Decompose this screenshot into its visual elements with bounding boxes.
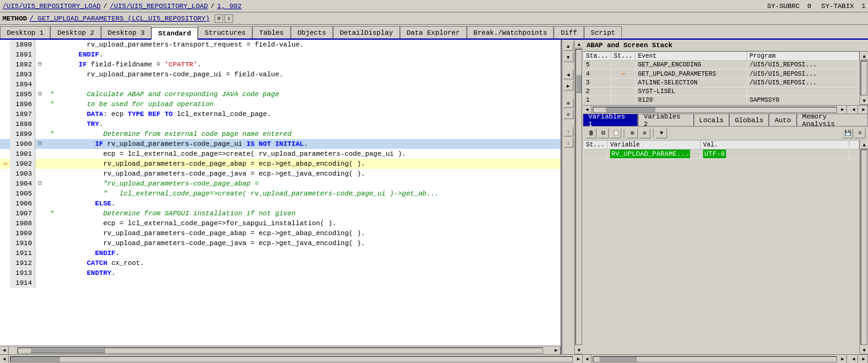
hscroll-left-btn[interactable]: ◄	[0, 346, 9, 355]
var-vscroll[interactable]: ▲ ▼	[859, 140, 868, 354]
var-vscroll-down[interactable]: ▼	[860, 346, 868, 354]
var-save-btn[interactable]: 💾	[842, 128, 853, 138]
line-number: 1902	[10, 159, 35, 169]
side-btn-1[interactable]: ▲	[564, 41, 574, 51]
code-bottom-right[interactable]: ►	[574, 355, 583, 364]
var-grid-btn[interactable]: ⊞	[627, 128, 638, 138]
tab-standard[interactable]: Standard	[151, 27, 198, 40]
side-btn-2[interactable]: ▼	[564, 52, 574, 62]
collapse-button[interactable]: ⊟	[35, 89, 45, 99]
code-row: 1901 ecp = lcl_external_code_page=>creat…	[0, 149, 560, 159]
collapse-button	[35, 99, 45, 109]
var-hscroll-right[interactable]: ►	[838, 355, 847, 364]
tab-desktop1[interactable]: Desktop 1	[0, 26, 50, 38]
collapse-button[interactable]: ⊟	[35, 139, 45, 149]
tab-desktop2[interactable]: Desktop 2	[50, 26, 100, 38]
var-more-btn[interactable]: ≡	[854, 128, 866, 138]
tab-auto[interactable]: Auto	[769, 114, 796, 126]
arrow-indicator	[0, 79, 10, 89]
collapse-button[interactable]: ⊟	[35, 60, 45, 69]
tab-variables2[interactable]: Variables 2	[638, 114, 693, 126]
code-text: rv_upload_parameters-code_page_abap = ec…	[45, 228, 560, 238]
breadcrumb-item-1[interactable]: /UI5/UI5_REPOSITORY_LOAD	[2, 2, 100, 10]
var-config-btn[interactable]: ⚙	[639, 128, 650, 138]
side-btn-6[interactable]: ⊖	[564, 109, 574, 119]
tab-tables[interactable]: Tables	[252, 26, 291, 38]
collapse-button	[35, 248, 45, 258]
stack-vscroll[interactable]: ▲ ▼	[859, 52, 868, 105]
code-bottom-left[interactable]: ◄	[0, 355, 9, 364]
stack-nav-left[interactable]: ◄	[849, 105, 858, 114]
line-number: 1903	[10, 169, 35, 179]
tab-dataexplorer[interactable]: Data Explorer	[400, 26, 467, 38]
hscroll-right-btn[interactable]: ►	[552, 346, 560, 355]
breadcrumb-item-3[interactable]: 1, 902	[217, 2, 242, 10]
code-text: * to be used for upload operation	[45, 99, 560, 109]
hscroll-track[interactable]	[17, 347, 543, 354]
tab-globals[interactable]: Globals	[729, 114, 769, 126]
stack-hscroll-right[interactable]: ►	[838, 105, 847, 114]
code-text: * Determine from SAPGUI installation if …	[45, 208, 560, 218]
tab-memory-analysis[interactable]: Memory Analysis	[797, 114, 868, 126]
tab-variables1[interactable]: Variables 1	[583, 114, 638, 126]
vscroll-track[interactable]	[575, 49, 582, 345]
side-btn-7[interactable]: ↑	[564, 127, 574, 137]
tab-diff[interactable]: Diff	[554, 26, 583, 38]
side-btn-5[interactable]: ⊕	[564, 98, 574, 108]
collapse-button	[35, 208, 45, 218]
collapse-button	[35, 199, 45, 208]
stack-hscroll-left[interactable]: ◄	[583, 105, 591, 114]
code-text: ecp = lcl_external_code_page=>create( rv…	[45, 149, 560, 159]
tab-detaildisplay[interactable]: DetailDisplay	[333, 26, 400, 38]
tab-locals[interactable]: Locals	[694, 114, 730, 126]
line-number: 1898	[10, 119, 35, 129]
tab-structures[interactable]: Structures	[198, 26, 252, 38]
var-col-extra	[849, 141, 859, 150]
stack-event: GET_ABAP_ENCODING	[636, 61, 747, 69]
var-paste-btn[interactable]: 📋	[610, 128, 621, 138]
collapse-button[interactable]: ⊟	[35, 179, 45, 189]
stack-vscroll-up[interactable]: ▲	[860, 52, 868, 60]
method-value[interactable]: / GET_UPLOAD_PARAMETERS (LCL_UI5_REPOSIT…	[30, 15, 210, 22]
hscroll-thumb[interactable]	[30, 348, 105, 353]
collapse-button	[35, 228, 45, 238]
arrow-indicator	[0, 40, 10, 50]
code-text: CATCH cx_root.	[45, 258, 560, 268]
line-number: 1906	[10, 199, 35, 208]
arrow-indicator	[0, 258, 10, 268]
var-filter-btn[interactable]: ▼	[656, 128, 667, 138]
code-hscroll[interactable]: ◄ ►	[0, 346, 560, 354]
collapse-button	[35, 268, 45, 278]
tab-objects[interactable]: Objects	[291, 26, 333, 38]
var-delete-btn[interactable]: 🗑	[585, 128, 596, 138]
info-icon[interactable]: i	[224, 14, 233, 23]
side-btn-3[interactable]: ◀	[564, 69, 574, 79]
var-hscroll[interactable]: ◄ ► ◄ ►	[583, 354, 868, 363]
var-vscroll-up[interactable]: ▲	[860, 140, 868, 149]
stack-vscroll-down[interactable]: ▼	[860, 96, 868, 105]
breadcrumb-item-2[interactable]: /UI5/UI5_REPOSITORY_LOAD	[110, 2, 208, 10]
collapse-button	[35, 218, 45, 228]
tab-script[interactable]: Script	[584, 26, 622, 38]
side-btn-8[interactable]: ↓	[564, 138, 574, 148]
var-hscroll-left[interactable]: ◄	[583, 355, 591, 364]
stack-sta: 5	[583, 61, 611, 69]
var-nav-right[interactable]: ►	[859, 355, 868, 364]
stack-program: /UI5/UI5_REPOSI...	[747, 61, 859, 69]
vscroll-thumb[interactable]	[576, 74, 582, 93]
var-val: UTF-8	[701, 150, 849, 159]
arrow-indicator	[0, 119, 10, 129]
stack-hscroll[interactable]: ◄ ► ◄ ►	[583, 105, 868, 114]
grid-icon[interactable]: ⊞	[215, 14, 223, 23]
var-copy-btn[interactable]: ⧉	[598, 128, 609, 138]
var-nav-left[interactable]: ◄	[849, 355, 858, 364]
tab-breakwatchpoints[interactable]: Break./Watchpoints	[467, 26, 554, 38]
stack-row: 3ATLINE-SELECTION/UI5/UI5_REPOSI...	[583, 79, 859, 87]
code-row: 1907 * Determine from SAPGUI installatio…	[0, 208, 560, 218]
tab-desktop3[interactable]: Desktop 3	[101, 26, 151, 38]
vscroll-up-btn[interactable]: ▲	[575, 40, 583, 48]
vscroll-down-btn[interactable]: ▼	[575, 346, 583, 354]
side-btn-4[interactable]: ▶	[564, 81, 574, 91]
code-vscroll[interactable]: ▲ ▼	[574, 40, 583, 354]
stack-nav-right[interactable]: ►	[859, 105, 868, 114]
